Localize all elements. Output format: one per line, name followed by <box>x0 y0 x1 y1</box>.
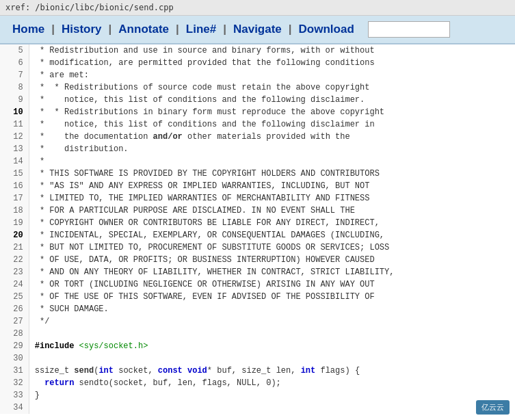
line-number: 26 <box>0 303 29 315</box>
line-number: 16 <box>0 180 29 192</box>
nav-bar: Home | History | Annotate | Line# | Navi… <box>0 16 515 44</box>
line-number: 8 <box>0 81 29 94</box>
table-row: 17 * LIMITED TO, THE IMPLIED WARRANTIES … <box>0 192 515 205</box>
code-line: } <box>29 389 515 402</box>
table-row: 31ssize_t send(int socket, const void* b… <box>0 365 515 377</box>
line-number: 14 <box>0 155 29 168</box>
code-line: * <box>29 155 515 168</box>
table-row: 21 * BUT NOT LIMITED TO, PROCUREMENT OF … <box>0 241 515 254</box>
line-number: 18 <box>0 205 29 217</box>
code-line <box>29 402 515 414</box>
table-row: 10 * * Redistributions in binary form mu… <box>0 106 515 118</box>
table-row: 34 <box>0 402 515 414</box>
code-line: * * Redistributions of source code must … <box>29 81 515 94</box>
line-number: 34 <box>0 402 29 414</box>
code-line <box>29 328 515 340</box>
code-line: * notice, this list of conditions and th… <box>29 94 515 106</box>
line-number: 29 <box>0 340 29 352</box>
code-line: #include <sys/socket.h> <box>29 340 515 352</box>
nav-annotate[interactable]: Annotate <box>111 23 176 36</box>
table-row: 13 * distribution. <box>0 143 515 155</box>
table-row: 6 * modification, are permitted provided… <box>0 57 515 69</box>
table-row: 27 */ <box>0 315 515 328</box>
code-line: * OF THE USE OF THIS SOFTWARE, EVEN IF A… <box>29 291 515 303</box>
nav-home[interactable]: Home <box>5 23 51 36</box>
line-number: 19 <box>0 217 29 229</box>
line-number: 17 <box>0 192 29 205</box>
code-line: * LIMITED TO, THE IMPLIED WARRANTIES OF … <box>29 192 515 205</box>
line-number: 23 <box>0 266 29 278</box>
code-line: * COPYRIGHT OWNER OR CONTRIBUTORS BE LIA… <box>29 217 515 229</box>
code-line: ssize_t send(int socket, const void* buf… <box>29 365 515 377</box>
table-row: 32 return sendto(socket, buf, len, flags… <box>0 377 515 389</box>
table-row: 15 * THIS SOFTWARE IS PROVIDED BY THE CO… <box>0 168 515 180</box>
table-row: 20 * INCIDENTAL, SPECIAL, EXEMPLARY, OR … <box>0 229 515 241</box>
table-row: 33} <box>0 389 515 402</box>
line-number: 7 <box>0 69 29 81</box>
table-row: 5 * Redistribution and use in source and… <box>0 44 515 57</box>
line-number: 5 <box>0 44 29 57</box>
code-line: * "AS IS" AND ANY EXPRESS OR IMPLIED WAR… <box>29 180 515 192</box>
table-row: 28 <box>0 328 515 340</box>
watermark: 亿云云 <box>476 400 510 415</box>
line-number: 9 <box>0 94 29 106</box>
table-row: 8 * * Redistributions of source code mus… <box>0 81 515 94</box>
nav-history[interactable]: History <box>55 23 109 36</box>
code-line: * BUT NOT LIMITED TO, PROCUREMENT OF SUB… <box>29 241 515 254</box>
code-line: * * Redistributions in binary form must … <box>29 106 515 118</box>
code-line: * SUCH DAMAGE. <box>29 303 515 315</box>
code-line: * are met: <box>29 69 515 81</box>
nav-lineno[interactable]: Line# <box>179 23 223 36</box>
code-line <box>29 352 515 365</box>
table-row: 29#include <sys/socket.h> <box>0 340 515 352</box>
line-number: 10 <box>0 106 29 118</box>
line-number: 27 <box>0 315 29 328</box>
line-number: 22 <box>0 254 29 266</box>
nav-navigate[interactable]: Navigate <box>226 23 289 36</box>
code-line: return sendto(socket, buf, len, flags, N… <box>29 377 515 389</box>
line-number: 25 <box>0 291 29 303</box>
table-row: 18 * FOR A PARTICULAR PURPOSE ARE DISCLA… <box>0 205 515 217</box>
line-number: 24 <box>0 278 29 291</box>
code-line: * THIS SOFTWARE IS PROVIDED BY THE COPYR… <box>29 168 515 180</box>
line-number: 33 <box>0 389 29 402</box>
code-line: * FOR A PARTICULAR PURPOSE ARE DISCLAIME… <box>29 205 515 217</box>
code-line: * AND ON ANY THEORY OF LIABILITY, WHETHE… <box>29 266 515 278</box>
code-line: * modification, are permitted provided t… <box>29 57 515 69</box>
code-line: * OF USE, DATA, OR PROFITS; OR BUSINESS … <box>29 254 515 266</box>
table-row: 9 * notice, this list of conditions and … <box>0 94 515 106</box>
line-number: 20 <box>0 229 29 241</box>
table-row: 14 * <box>0 155 515 168</box>
code-line: * notice, this list of conditions and th… <box>29 118 515 131</box>
table-row: 11 * notice, this list of conditions and… <box>0 118 515 131</box>
code-line: * distribution. <box>29 143 515 155</box>
line-number: 13 <box>0 143 29 155</box>
line-number: 28 <box>0 328 29 340</box>
code-area: 5 * Redistribution and use in source and… <box>0 44 515 414</box>
code-table: 5 * Redistribution and use in source and… <box>0 44 515 414</box>
line-number: 11 <box>0 118 29 131</box>
table-row: 24 * OR TORT (INCLUDING NEGLIGENCE OR OT… <box>0 278 515 291</box>
line-number: 31 <box>0 365 29 377</box>
search-input[interactable] <box>368 21 450 38</box>
line-number: 21 <box>0 241 29 254</box>
table-row: 25 * OF THE USE OF THIS SOFTWARE, EVEN I… <box>0 291 515 303</box>
code-line: * the documentation and/or other materia… <box>29 131 515 143</box>
line-number: 12 <box>0 131 29 143</box>
line-number: 6 <box>0 57 29 69</box>
line-number: 30 <box>0 352 29 365</box>
table-row: 7 * are met: <box>0 69 515 81</box>
nav-download[interactable]: Download <box>292 23 361 36</box>
table-row: 23 * AND ON ANY THEORY OF LIABILITY, WHE… <box>0 266 515 278</box>
code-line: * INCIDENTAL, SPECIAL, EXEMPLARY, OR CON… <box>29 229 515 241</box>
table-row: 12 * the documentation and/or other mate… <box>0 131 515 143</box>
line-number: 15 <box>0 168 29 180</box>
table-row: 30 <box>0 352 515 365</box>
xref-bar: xref: /bionic/libc/bionic/send.cpp <box>0 0 515 16</box>
code-line: */ <box>29 315 515 328</box>
table-row: 19 * COPYRIGHT OWNER OR CONTRIBUTORS BE … <box>0 217 515 229</box>
table-row: 26 * SUCH DAMAGE. <box>0 303 515 315</box>
line-number: 32 <box>0 377 29 389</box>
code-line: * OR TORT (INCLUDING NEGLIGENCE OR OTHER… <box>29 278 515 291</box>
table-row: 16 * "AS IS" AND ANY EXPRESS OR IMPLIED … <box>0 180 515 192</box>
